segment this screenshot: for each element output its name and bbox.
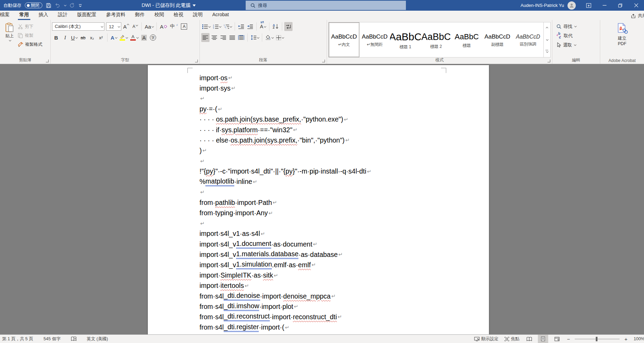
search-input[interactable]: 搜尋 [246,1,406,10]
document-line[interactable]: from·typing·import·Any↵ [200,208,482,218]
styles-dialog-launcher[interactable] [548,60,550,62]
text-effects-button[interactable]: A [110,33,118,42]
style-card[interactable]: AaBbC標題 1 [390,22,421,57]
document-line[interactable]: import·itertools↵ [200,281,482,291]
zoom-slider-thumb[interactable] [596,337,597,341]
tab-校閱[interactable]: 校閱 [150,10,169,20]
highlight-color-button[interactable] [119,33,129,42]
tab-說明[interactable]: 說明 [188,10,207,20]
style-card[interactable]: AaBbC標題 [451,22,482,57]
character-border-button[interactable]: A [180,22,188,31]
styles-more-button[interactable] [544,45,550,57]
borders-button[interactable] [275,33,285,42]
italic-button[interactable]: I [61,33,69,42]
tab-參考資料[interactable]: 參考資料 [101,10,130,20]
tab-插入[interactable]: 插入 [34,10,53,20]
bold-button[interactable]: B [52,33,60,42]
tab-Acrobat[interactable]: Acrobat [207,10,234,20]
style-card[interactable]: AaBbCcD區別強調 [513,22,543,57]
style-card[interactable]: AaBbCcD副標題 [482,22,513,57]
decrease-indent-button[interactable] [237,22,245,31]
align-right-button[interactable] [219,33,227,42]
strikethrough-button[interactable]: ab [79,33,87,42]
line-spacing-button[interactable] [250,33,260,42]
document-line[interactable]: py·=·(↵ [200,104,482,114]
clipboard-dialog-launcher[interactable] [46,60,49,62]
zoom-level[interactable]: 100% [632,335,644,343]
document-line[interactable]: import·s4l_v1.simulation.emlf·as·emlf↵ [200,260,482,270]
distribute-button[interactable] [237,33,245,42]
proofing-status-icon[interactable] [70,336,78,341]
document-line[interactable]: ↵ [200,218,482,229]
document-line[interactable]: import·SimpleITK·as·sitk↵ [200,270,482,281]
minimize-button[interactable] [596,0,612,11]
zoom-in-button[interactable]: + [623,335,629,343]
document-line[interactable]: ↵ [200,187,482,197]
redo-icon[interactable] [69,3,75,8]
zoom-out-button[interactable]: − [565,335,571,343]
document-line[interactable]: · · · · else·os.path.join(sys.prefix,·"b… [200,135,482,145]
paragraph-dialog-launcher[interactable] [322,60,325,62]
font-name-combobox[interactable]: Calibri (本文) [52,22,104,31]
change-case-button[interactable]: Aa [144,22,154,31]
character-shading-button[interactable]: A [140,33,148,42]
tab-郵件[interactable]: 郵件 [130,10,150,20]
zoom-slider[interactable] [575,339,620,339]
underline-button[interactable]: U [70,33,78,42]
paste-button[interactable]: 貼上 [1,22,18,48]
font-size-combobox[interactable]: 12 [106,22,121,31]
shading-button[interactable] [264,33,274,42]
superscript-button[interactable]: x² [97,33,105,42]
account-name[interactable]: Auden-INS-Patrick Yu [521,3,564,8]
document-line[interactable]: from·s4l_dti.register·import·(↵ [200,322,482,333]
align-center-button[interactable] [210,33,218,42]
document-page[interactable]: import·os↵import·sys↵↵py·=·(↵· · · · os.… [148,65,489,334]
font-color-button[interactable]: A [129,33,139,42]
styles-scroll-down-button[interactable] [544,34,550,46]
style-card[interactable]: AaBbCcD↵無間距 [359,22,390,57]
print-layout-button[interactable] [538,335,548,343]
clear-formatting-button[interactable]: A [159,22,168,31]
share-button[interactable]: 共用 [631,13,644,19]
document-line[interactable]: %matplotlib·inline↵ [200,177,482,187]
create-pdf-button[interactable]: 建立 PDF [613,23,631,46]
read-mode-button[interactable] [524,335,534,343]
phonetic-guide-button[interactable]: 中ㄨ [169,22,179,31]
document-line[interactable]: !"{py}"·-c·"import·s4l_dti"·||·"{py}"·-m… [200,166,482,177]
language-indicator[interactable]: 英文 (美國) [85,336,110,342]
web-layout-button[interactable] [552,335,562,343]
display-settings-button[interactable]: 顯示設定 [473,335,500,343]
align-left-button[interactable] [201,33,209,42]
document-line[interactable]: import·sys↵ [200,83,482,93]
subscript-button[interactable]: x₂ [88,33,96,42]
document-title[interactable]: DWI - 已儲存到 此電腦 [142,0,196,11]
ribbon-display-options-icon[interactable] [581,0,596,11]
page-indicator[interactable]: 第 1 頁，共 5 頁 [1,336,34,342]
document-line[interactable]: · · · · os.path.join(sys.base_prefix,·"p… [200,114,482,125]
document-line[interactable]: import·os↵ [200,73,482,83]
save-icon[interactable] [46,3,51,8]
multilevel-list-button[interactable]: 1ai [223,22,233,31]
document-line[interactable]: import·s4l_v1.materials.database·as·data… [200,249,482,260]
copy-button[interactable]: 複製 [18,32,42,39]
grow-font-button[interactable]: A [122,22,130,31]
increase-indent-button[interactable] [246,22,254,31]
bullets-button[interactable] [201,22,211,31]
avatar[interactable] [568,1,576,10]
asian-layout-button[interactable]: A [259,22,267,31]
document-line[interactable]: from·s4l_dti.imshow·import·plot↵ [200,301,482,312]
tab-常用[interactable]: 常用 [14,10,34,20]
format-painter-button[interactable]: 複製格式 [18,41,42,48]
focus-button[interactable]: 焦點 [503,335,521,343]
style-card[interactable]: AaBbCcD↵內文 [329,22,359,57]
tab-版面配置[interactable]: 版面配置 [72,10,101,20]
close-button[interactable] [628,0,644,11]
document-line[interactable]: import·s4l_v1·as·s4l↵ [200,229,482,239]
document-line[interactable]: from·s4l_dti.denoise·import·denoise_mppc… [200,291,482,301]
autosave-toggle[interactable]: 關閉 [25,2,42,8]
restore-button[interactable] [612,0,628,11]
document-line[interactable]: from·s4l_dti.reconstruct·import·reconstr… [200,312,482,322]
word-count[interactable]: 545 個字 [42,336,62,342]
undo-dropdown-chevron[interactable] [64,4,67,6]
customize-quick-access-icon[interactable] [78,3,82,8]
